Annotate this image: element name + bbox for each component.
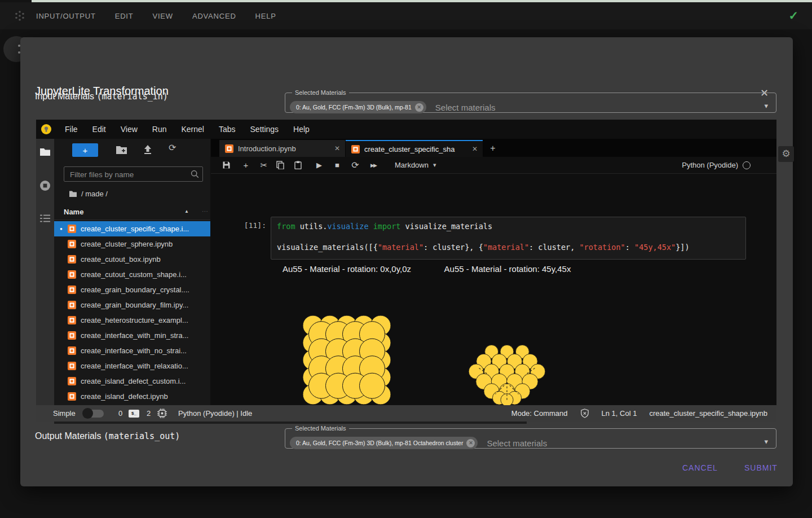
run-all-icon[interactable]: ▶▶ — [368, 163, 379, 168]
notebook-icon — [351, 145, 360, 153]
notebook-icon — [68, 392, 76, 401]
mode-indicator[interactable]: Mode: Command — [511, 409, 568, 418]
input-select-legend: Selected Materials — [292, 89, 349, 96]
tab-create-cluster-specific-shape[interactable]: create_cluster_specific_sha ✕ — [346, 140, 483, 157]
running-kernels-icon[interactable] — [39, 180, 51, 191]
jupyter-menu-item-view[interactable]: View — [113, 125, 145, 134]
new-tab-button[interactable]: + — [486, 142, 500, 155]
app-menu-item-input-output[interactable]: INPUT/OUTPUT — [36, 12, 96, 20]
upload-icon[interactable] — [143, 144, 153, 155]
tab-close-icon[interactable]: ✕ — [334, 144, 340, 152]
simple-mode-label: Simple — [53, 409, 76, 418]
output-material-chip[interactable]: 0: Au, Gold, FCC (Fm-3m) 3D (Bulk), mp-8… — [290, 437, 478, 449]
new-folder-icon[interactable] — [116, 144, 127, 155]
breadcrumb[interactable]: / made / — [69, 188, 108, 199]
file-row[interactable]: create_island_defect.ipynb — [54, 389, 210, 404]
app-menu-item-edit[interactable]: EDIT — [115, 12, 134, 20]
cell-execution-prompt: [11]: — [232, 221, 266, 230]
jupyterlite-transformation-dialog: JupyterLite Transformation ✕ Input Mater… — [20, 37, 793, 486]
file-list-header[interactable]: Name ▲ ⋯ — [54, 205, 210, 220]
chevron-down-icon[interactable]: ▾ — [764, 102, 768, 110]
notebook-icon — [68, 377, 76, 385]
file-row[interactable]: create_cluster_sphere.ipynb — [54, 236, 210, 252]
file-row[interactable]: create_interface_with_relaxatio... — [54, 358, 210, 374]
save-icon[interactable] — [222, 161, 233, 169]
notebook-icon — [68, 346, 76, 355]
check-icon: ✓ — [788, 9, 798, 23]
app-menu-item-view[interactable]: VIEW — [152, 12, 173, 20]
tab-introduction[interactable]: Introduction.ipynb ✕ — [219, 140, 345, 157]
refresh-icon[interactable]: ⟳ — [169, 142, 176, 153]
jupyter-menu-item-help[interactable]: Help — [286, 125, 317, 134]
left-rail — [36, 139, 54, 405]
cancel-button[interactable]: CANCEL — [679, 461, 721, 475]
file-row[interactable]: create_grain_boundary_crystal.... — [54, 282, 210, 297]
file-row[interactable]: create_heterostructure_exampl... — [54, 313, 210, 328]
file-row[interactable]: create_interface_with_min_stra... — [54, 328, 210, 343]
statusbar-filename: create_cluster_specific_shape.ipynb — [649, 409, 767, 418]
file-row[interactable]: create_interface_with_no_strai... — [54, 343, 210, 358]
input-select-placeholder: Select materials — [435, 103, 496, 112]
jupyter-menu-item-settings[interactable]: Settings — [243, 125, 286, 134]
table-of-contents-icon[interactable] — [39, 214, 51, 223]
cluster-visualization-front-view — [303, 315, 391, 405]
file-row[interactable]: create_island_defect_custom.i... — [54, 374, 210, 389]
copy-cell-icon[interactable] — [276, 161, 288, 169]
file-browser-icon[interactable] — [39, 147, 51, 157]
add-cell-icon[interactable]: + — [240, 160, 251, 170]
notebook-icon — [68, 240, 76, 248]
output-materials-label: Output Materials (materials_out) — [35, 431, 180, 441]
jupyter-menu-item-tabs[interactable]: Tabs — [211, 125, 243, 134]
paste-cell-icon[interactable] — [294, 161, 306, 169]
file-filter-box — [64, 166, 203, 182]
simple-mode-toggle[interactable] — [83, 410, 104, 418]
cell-type-dropdown[interactable]: Markdown — [395, 161, 429, 169]
trust-shield-icon[interactable] — [580, 409, 589, 418]
kernels-count: 2 — [147, 409, 151, 418]
running-dot-icon: ● — [60, 226, 63, 231]
output-caption-2: Au55 - Material - rotation: 45y,45x — [431, 264, 584, 274]
chip-remove-icon[interactable]: ✕ — [415, 103, 423, 112]
terminal-icon[interactable]: $_ — [129, 410, 139, 418]
jupyterlite-app: FileEditViewRunKernelTabsSettingsHelp + — [36, 120, 776, 422]
input-materials-select[interactable]: Selected Materials 0: Au, Gold, FCC (Fm-… — [285, 89, 776, 113]
jupyter-menu-item-run[interactable]: Run — [145, 125, 174, 134]
jupyter-menu-item-edit[interactable]: Edit — [85, 125, 113, 134]
notebook-icon — [68, 286, 76, 294]
file-row[interactable]: ●create_cluster_specific_shape.i... — [54, 221, 210, 236]
kernel-status-text[interactable]: Python (Pyodide) | Idle — [178, 409, 252, 418]
code-cell-editor[interactable]: from utils.visualize import visualize_ma… — [271, 217, 746, 260]
app-logo-dots-icon — [14, 10, 26, 22]
output-materials-select[interactable]: Selected Materials 0: Au, Gold, FCC (Fm-… — [285, 425, 776, 449]
kernel-sessions-icon[interactable] — [157, 408, 167, 419]
kernel-name[interactable]: Python (Pyodide) — [682, 161, 738, 169]
input-material-chip[interactable]: 0: Au, Gold, FCC (Fm-3m) 3D (Bulk), mp-8… — [290, 101, 426, 113]
jupyter-menu-item-kernel[interactable]: Kernel — [174, 125, 211, 134]
chevron-down-icon[interactable]: ▾ — [764, 437, 768, 446]
notebook-main: Introduction.ipynb ✕ create_cluster_spec… — [211, 139, 776, 405]
jupyter-menu-item-file[interactable]: File — [58, 125, 85, 134]
cursor-position[interactable]: Ln 1, Col 1 — [602, 409, 637, 418]
app-menubar: INPUT/OUTPUTEDITVIEWADVANCEDHELP ✓ — [0, 2, 812, 29]
file-row[interactable]: create_cutout_custom_shape.i... — [54, 267, 210, 282]
stop-kernel-icon[interactable]: ■ — [332, 161, 343, 169]
app-menu-item-help[interactable]: HELP — [255, 12, 276, 20]
cut-cell-icon[interactable]: ✂ — [258, 160, 270, 170]
run-cell-icon[interactable]: ▶ — [314, 161, 325, 169]
file-browser-panel: + ⟳ / made / Name ▲ — [54, 139, 210, 405]
jupyter-menubar: FileEditViewRunKernelTabsSettingsHelp — [36, 120, 776, 139]
file-list: ●create_cluster_specific_shape.i...creat… — [54, 221, 210, 404]
new-launcher-button[interactable]: + — [72, 143, 98, 157]
notebook-icon — [68, 316, 76, 324]
app-menu-item-advanced[interactable]: ADVANCED — [192, 12, 236, 20]
notebook-icon — [68, 270, 76, 279]
sort-ascending-icon: ▲ — [184, 209, 189, 214]
tab-close-icon[interactable]: ✕ — [472, 145, 478, 153]
restart-kernel-icon[interactable]: ⟳ — [350, 160, 361, 170]
submit-button[interactable]: SUBMIT — [741, 461, 781, 475]
file-row[interactable]: create_cutout_box.ipynb — [54, 252, 210, 267]
chip-remove-icon[interactable]: ✕ — [466, 439, 475, 447]
gear-icon[interactable]: ⚙ — [778, 146, 794, 162]
file-filter-input[interactable] — [69, 168, 187, 181]
file-row[interactable]: create_grain_boundary_film.ipy... — [54, 297, 210, 313]
